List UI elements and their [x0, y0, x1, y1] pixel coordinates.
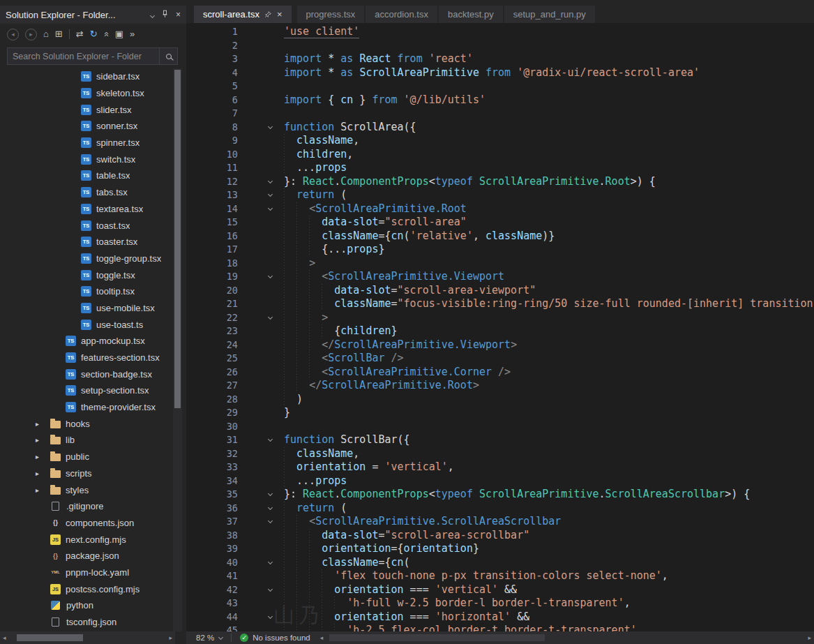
tree-item[interactable]: TStooltip.tsx — [0, 283, 176, 300]
tree-item[interactable]: TStoast.tsx — [0, 217, 176, 234]
tree-item[interactable]: JSnext.config.mjs — [0, 531, 176, 548]
forward-icon[interactable]: ▸ — [25, 29, 37, 40]
tree-item[interactable]: tsconfig.json — [0, 614, 176, 631]
document-health-indicator[interactable]: ✓ No issues found — [240, 634, 310, 642]
tab-scroll-area.tsx[interactable]: scroll-area.tsx× — [194, 6, 292, 23]
scroll-left-icon[interactable]: ◂ — [317, 634, 326, 641]
tree-item[interactable]: TSswitch.tsx — [0, 151, 176, 167]
tree-item[interactable]: TStoggle.tsx — [0, 267, 176, 283]
fold-collapse-icon[interactable] — [268, 613, 273, 618]
scroll-right-icon[interactable]: ▸ — [805, 634, 814, 641]
code-line[interactable]: 2 — [186, 39, 814, 53]
close-tab-icon[interactable]: × — [277, 10, 282, 19]
tree-item[interactable]: ▸scripts — [0, 465, 176, 482]
code-line[interactable]: 5 — [186, 80, 814, 93]
scrollbar-track[interactable] — [10, 631, 166, 644]
pin-icon[interactable] — [161, 10, 169, 20]
code-line[interactable]: 41 'flex touch-none p-px transition-colo… — [186, 569, 814, 583]
code-line[interactable]: 26 <ScrollAreaPrimitive.Corner /> — [186, 366, 814, 380]
tree-item[interactable]: python — [0, 597, 176, 614]
expand-arrow-icon[interactable]: ▸ — [32, 453, 50, 460]
back-icon[interactable]: ◂ — [7, 29, 19, 40]
code-line[interactable]: 11 ...props — [186, 161, 814, 175]
fold-collapse-icon[interactable] — [268, 178, 273, 183]
code-line[interactable]: 33 orientation = 'vertical', — [186, 460, 814, 474]
tree-item[interactable]: TSsonner.tsx — [0, 118, 176, 135]
close-panel-icon[interactable]: × — [176, 10, 181, 20]
fold-collapse-icon[interactable] — [268, 314, 273, 319]
chevron-down-icon[interactable] — [151, 10, 154, 20]
tree-item[interactable]: TSapp-mockup.tsx — [0, 333, 176, 350]
fold-collapse-icon[interactable] — [268, 491, 273, 496]
explorer-horizontal-scrollbar[interactable]: ◂ ▸ — [0, 631, 175, 644]
tree-item[interactable]: TSfeatures-section.tsx — [0, 350, 176, 366]
tab-setup_and_run.py[interactable]: setup_and_run.py — [504, 6, 595, 23]
code-line[interactable]: 29} — [186, 406, 814, 420]
code-line[interactable]: 13 return ( — [186, 188, 814, 202]
code-line[interactable]: 12}: React.ComponentProps<typeof ScrollA… — [186, 175, 814, 189]
code-line[interactable]: 30 — [186, 420, 814, 434]
tab-accordion.tsx[interactable]: accordion.tsx — [365, 6, 437, 23]
code-line[interactable]: 22 > — [186, 311, 814, 325]
code-line[interactable]: 24 </ScrollAreaPrimitive.Viewport> — [186, 338, 814, 352]
fold-collapse-icon[interactable] — [268, 559, 273, 564]
code-line[interactable]: 3import * as React from 'react' — [186, 52, 814, 66]
fold-collapse-icon[interactable] — [268, 274, 273, 278]
collapse-all-icon[interactable]: « — [100, 31, 112, 36]
panel-title-bar[interactable]: Solution Explorer - Folder... × — [0, 6, 186, 24]
code-line[interactable]: 15 data-slot="scroll-area" — [186, 216, 814, 230]
scroll-left-icon[interactable]: ◂ — [0, 634, 9, 641]
fold-collapse-icon[interactable] — [268, 123, 273, 128]
zoom-control[interactable]: 82 % — [196, 634, 223, 642]
sync-selection-icon[interactable]: ⇄ — [76, 29, 84, 40]
expand-arrow-icon[interactable]: ▸ — [32, 436, 50, 444]
tree-item[interactable]: TSuse-mobile.tsx — [0, 300, 176, 317]
home-icon[interactable]: ⌂ — [43, 29, 49, 40]
code-line[interactable]: 27 </ScrollAreaPrimitive.Root> — [186, 379, 814, 393]
code-line[interactable]: 42 orientation === 'vertical' && — [186, 583, 814, 597]
tree-item[interactable]: {}components.json — [0, 515, 176, 532]
code-line[interactable]: 31function ScrollBar({ — [186, 433, 814, 447]
code-line[interactable]: 1'use client' — [186, 25, 814, 39]
tree-item[interactable]: TStextarea.tsx — [0, 201, 176, 218]
code-line[interactable]: 20 data-slot="scroll-area-viewport" — [186, 284, 814, 298]
tree-item[interactable]: TSuse-toast.ts — [0, 316, 176, 333]
code-area[interactable]: 1'use client'23import * as React from 'r… — [186, 23, 814, 631]
tree-item[interactable]: ▸lib — [0, 432, 176, 449]
tree-item[interactable]: ▸hooks — [0, 415, 176, 432]
pin-icon[interactable] — [264, 10, 272, 18]
code-line[interactable]: 45 'h-2.5 flex-col border-t border-t-tra… — [186, 624, 814, 631]
code-line[interactable]: 9 className, — [186, 134, 814, 148]
fold-collapse-icon[interactable] — [268, 518, 273, 523]
code-line[interactable]: 36 return ( — [186, 502, 814, 516]
tree-item[interactable]: TStheme-provider.tsx — [0, 399, 176, 416]
tree-item[interactable]: ▸styles — [0, 481, 176, 498]
code-line[interactable]: 32 className, — [186, 447, 814, 461]
expand-arrow-icon[interactable]: ▸ — [32, 420, 50, 428]
fold-collapse-icon[interactable] — [268, 192, 273, 197]
code-line[interactable]: 19 <ScrollAreaPrimitive.Viewport — [186, 270, 814, 284]
scrollbar-thumb[interactable] — [174, 70, 181, 408]
code-line[interactable]: 7 — [186, 107, 814, 121]
tree-item[interactable]: TSsidebar.tsx — [0, 68, 176, 85]
tree-item[interactable]: YMLpnpm-lock.yaml — [0, 564, 176, 581]
expand-arrow-icon[interactable]: ▸ — [32, 470, 50, 477]
code-line[interactable]: 44 orientation === 'horizontal' && — [186, 611, 814, 624]
tree-item[interactable]: ▸public — [0, 449, 176, 465]
code-line[interactable]: 10 children, — [186, 148, 814, 162]
scroll-right-icon[interactable]: ▸ — [166, 634, 175, 641]
fold-collapse-icon[interactable] — [268, 586, 273, 591]
scrollbar-thumb[interactable] — [17, 634, 83, 641]
overflow-icon[interactable]: » — [130, 29, 135, 40]
code-line[interactable]: 17 {...props} — [186, 243, 814, 257]
switch-views-icon[interactable]: ⊞ — [55, 29, 63, 40]
tree-item[interactable]: TSsection-badge.tsx — [0, 366, 176, 382]
code-line[interactable]: 8function ScrollArea({ — [186, 121, 814, 135]
tab-progress.tsx[interactable]: progress.tsx — [297, 6, 365, 23]
code-line[interactable]: 4import * as ScrollAreaPrimitive from '@… — [186, 66, 814, 80]
code-line[interactable]: 37 <ScrollAreaPrimitive.ScrollAreaScroll… — [186, 515, 814, 529]
code-line[interactable]: 6import { cn } from '@/lib/utils' — [186, 93, 814, 107]
code-line[interactable]: 38 data-slot="scroll-area-scrollbar" — [186, 529, 814, 543]
fold-collapse-icon[interactable] — [268, 437, 273, 442]
refresh-icon[interactable]: ↻ — [90, 29, 98, 40]
